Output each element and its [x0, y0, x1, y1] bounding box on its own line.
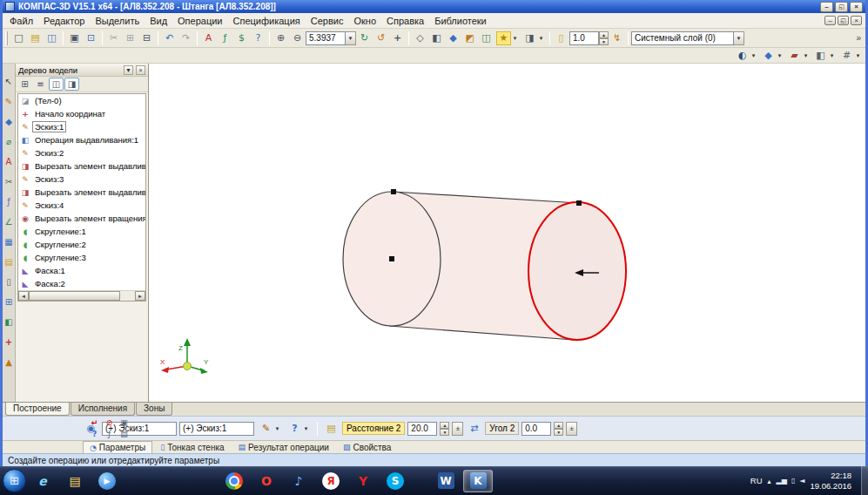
chrome-icon[interactable] [219, 470, 249, 492]
function-icon[interactable]: ƒ [217, 31, 233, 46]
filters-tool-icon[interactable]: ▦ [3, 236, 15, 248]
menu-item[interactable]: Операции [172, 15, 227, 27]
zoom-scale-dropdown[interactable] [346, 31, 356, 45]
sheet-icon[interactable]: ▯ [553, 31, 569, 46]
tab-operation-result[interactable]: ▤ Результат операции [232, 441, 335, 453]
menu-item[interactable]: Спецификация [228, 15, 306, 27]
step-spinner[interactable] [599, 31, 609, 45]
paste-icon[interactable]: ⊟ [138, 31, 155, 46]
menu-item[interactable]: Справка [381, 15, 429, 27]
editing-tool-icon[interactable]: ✂ [3, 176, 15, 187]
media-player-icon[interactable]: ▶ [92, 470, 122, 492]
rotate-icon[interactable]: ↺ [373, 31, 389, 46]
word-icon[interactable]: W [431, 470, 461, 492]
minimize-button[interactable] [820, 2, 833, 12]
yandex-icon[interactable]: Y [348, 470, 378, 492]
dimensions-tool-icon[interactable]: ⌀ [3, 136, 15, 147]
battery-icon[interactable]: ▯ [791, 477, 795, 485]
tree-item[interactable]: Эскиз:2 [18, 146, 145, 159]
variables-button[interactable]: ƒ [102, 429, 117, 440]
toolbar-grip[interactable] [5, 31, 8, 45]
zoom-in-icon[interactable]: ⊕ [273, 31, 289, 46]
mode-tab[interactable]: Зоны [136, 403, 172, 416]
distance-input[interactable] [407, 422, 437, 436]
appearance-combo[interactable]: ▰ [786, 48, 811, 64]
auxiliary-tool-icon[interactable]: + [3, 336, 15, 348]
extra-window-button[interactable]: ◨ [64, 78, 79, 91]
tree-item[interactable]: Вырезать элемент выдавливания:2 [18, 186, 145, 199]
layer-select[interactable]: Системный слой (0) [631, 31, 734, 45]
menu-item[interactable]: Окно [348, 15, 381, 27]
scroll-right-arrow[interactable]: ► [135, 291, 145, 301]
create-object-button[interactable]: ↵ [87, 417, 102, 429]
3d-viewport[interactable]: Z X Y [149, 64, 865, 402]
tree-item[interactable]: Вырезать элемент вращения:1 [18, 212, 145, 225]
shaded-edges-icon[interactable]: ◩ [461, 31, 478, 46]
distance-spinner[interactable] [440, 422, 449, 436]
menu-item[interactable]: Редактор [38, 15, 90, 27]
kompas-icon[interactable]: K [463, 470, 493, 492]
measure-tool-icon[interactable]: ∠ [3, 216, 15, 227]
interrupt-command-button[interactable]: ⊘ [102, 417, 117, 429]
document-restore-button[interactable] [838, 16, 849, 25]
autocreate-button[interactable]: ▣ [117, 417, 131, 429]
tree-structure-button[interactable]: ⊞ [17, 78, 32, 91]
redo-icon[interactable]: ↷ [178, 31, 194, 46]
tab-thin-wall[interactable]: ▯ Тонкая стенка [154, 441, 230, 453]
menu-item[interactable]: Сервис [306, 15, 349, 27]
sketch-tool-icon[interactable]: ✎ [3, 96, 15, 107]
tree-item[interactable]: Операция выдавливания:1 [18, 133, 145, 146]
open-document-icon[interactable]: ▤ [27, 31, 44, 46]
undo-icon[interactable]: ↶ [161, 31, 178, 46]
tree-item[interactable]: Скругление:2 [18, 238, 145, 251]
pin-icon[interactable]: ▼ [124, 65, 133, 75]
surfaces-tool-icon[interactable]: ◧ [3, 316, 15, 328]
selection-tool-icon[interactable]: ↖ [3, 76, 15, 87]
pan-icon[interactable]: + [389, 31, 406, 46]
parametrization-tool-icon[interactable]: ƒ [3, 196, 15, 207]
hidden-lines-icon[interactable]: ◧ [428, 31, 445, 46]
close-button[interactable] [850, 2, 863, 12]
volume-icon[interactable]: ◄ [799, 477, 804, 485]
hidden-icons-button[interactable] [768, 476, 771, 485]
vertex-handle[interactable] [391, 189, 396, 194]
geometry-tool-icon[interactable]: ◆ [3, 116, 15, 127]
restore-button[interactable] [835, 2, 848, 12]
labels-tool-icon[interactable]: A [3, 156, 15, 167]
ie-icon[interactable]: e [28, 470, 57, 492]
tree-item[interactable]: Начало координат [18, 107, 145, 120]
orientation-combo[interactable]: ★ [495, 31, 520, 46]
tab-properties[interactable]: ▨ Свойства [337, 441, 397, 453]
tree-item[interactable]: Эскиз:3 [18, 173, 145, 186]
tree-item[interactable]: Скругление:1 [18, 225, 145, 238]
display-quality-combo[interactable]: ◆ [760, 48, 784, 64]
rebuild-icon[interactable]: ↯ [609, 31, 625, 46]
opera-icon[interactable]: O [252, 470, 281, 492]
tree-item[interactable]: Фаска:2 [18, 277, 145, 290]
audio-icon[interactable]: ♪ [284, 470, 313, 492]
direction2-sketch-field[interactable]: (+) Эскиз:1 [179, 422, 254, 436]
macros-tool-icon[interactable]: ▲ [3, 356, 15, 368]
grid-combo[interactable]: # [838, 48, 863, 64]
start-button[interactable] [3, 469, 26, 492]
hide-elements-combo[interactable]: ◧ [812, 48, 837, 64]
tree-item[interactable]: Скругление:3 [18, 251, 145, 264]
messages-button[interactable]: ▤ [117, 429, 131, 440]
center-point-handle[interactable] [389, 256, 394, 261]
layer-select-dropdown[interactable] [734, 31, 744, 45]
help-button[interactable]: ? [87, 429, 102, 440]
tree-item[interactable]: (Тел-0) [18, 94, 145, 107]
menu-item[interactable]: Выделить [90, 15, 145, 27]
tree-horizontal-scrollbar[interactable]: ◄ ► [18, 290, 145, 301]
tree-item[interactable]: Эскиз:4 [18, 199, 145, 212]
yandex-browser-icon[interactable]: Я [316, 470, 346, 492]
help-dropdown[interactable]: ? [286, 421, 311, 437]
angle-spinner[interactable] [554, 422, 563, 436]
mode-tab[interactable]: Исполнения [71, 403, 135, 416]
print-preview-icon[interactable]: ⊡ [83, 31, 99, 46]
tab-parameters[interactable]: ◔ Параметры [83, 441, 152, 453]
scrollbar-track[interactable] [29, 291, 135, 301]
network-icon[interactable]: ▂▅ [777, 477, 787, 485]
zoom-scale-input[interactable] [306, 31, 346, 45]
section-planes-button[interactable]: ◫ [49, 78, 64, 91]
